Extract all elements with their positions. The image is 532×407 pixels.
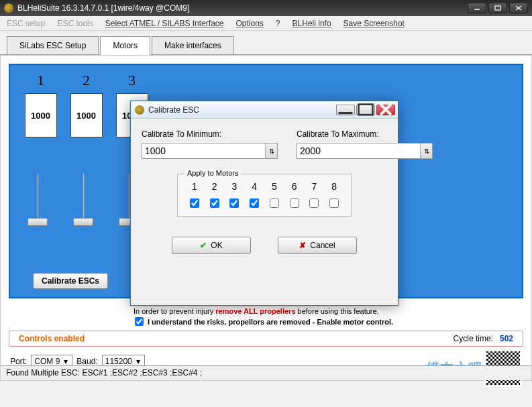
menu-blheli-info[interactable]: BLHeli info	[292, 19, 331, 28]
consent-row: I understand the risks, propellors are r…	[135, 317, 393, 326]
calibrate-dialog: Calibrate ESC Calibrate To Minimum: ⇅ Ca…	[130, 101, 398, 306]
ok-button[interactable]: ✔ OK	[172, 237, 251, 254]
motor-num-label: 1	[192, 181, 197, 192]
tab-motors[interactable]: Motors	[100, 36, 150, 55]
menu-esc-setup[interactable]: ESC setup	[7, 19, 45, 28]
baud-value: 115200	[105, 357, 132, 366]
tab-silabs[interactable]: SiLabs ESC Setup	[7, 36, 99, 54]
menubar: ESC setup ESC tools Select ATMEL / SILAB…	[0, 16, 532, 31]
motor-num-label: 7	[311, 181, 317, 192]
dialog-body: Calibrate To Minimum: ⇅ Calibrate To Max…	[131, 119, 398, 254]
warning-suffix: before using this feature.	[296, 307, 379, 315]
tab-make[interactable]: Make interfaces	[152, 36, 234, 54]
ok-label: OK	[211, 241, 222, 250]
apply-legend: Apply to Motors	[184, 169, 241, 177]
dialog-titlebar: Calibrate ESC	[131, 101, 398, 119]
motor-num-label: 4	[252, 181, 257, 192]
motor-value-1: 1000	[25, 93, 57, 137]
cal-min-input[interactable]	[142, 143, 265, 158]
cross-icon: ✘	[299, 241, 306, 250]
motor-apply-checkbox-8[interactable]	[329, 198, 339, 208]
motor-value-2: 1000	[70, 93, 103, 137]
svg-rect-5	[359, 105, 373, 115]
dialog-minimize-button[interactable]	[336, 105, 355, 115]
motor-num-label: 8	[331, 181, 337, 192]
consent-label: I understand the risks, propellors are r…	[148, 318, 393, 326]
motor-apply-checkbox-7[interactable]	[309, 198, 319, 208]
menu-interface[interactable]: Select ATMEL / SILABS Interface	[105, 19, 224, 28]
motor-col-2: 2 1000	[68, 72, 105, 137]
cycle-value: 502	[500, 334, 513, 343]
minimize-button[interactable]	[468, 3, 486, 13]
motor-apply-checkbox-2[interactable]	[210, 198, 219, 208]
warning-bold: remove ALL propellers	[215, 307, 295, 315]
cancel-button[interactable]: ✘ Cancel	[278, 237, 357, 254]
motor-apply-checkbox-6[interactable]	[290, 198, 299, 208]
app-title: BLHeliSuite 16.3.14.7.0.1 [1wire/4way @C…	[17, 3, 466, 13]
app-icon	[4, 3, 13, 13]
motor-apply-checkbox-5[interactable]	[270, 198, 279, 208]
controls-enabled-label: Controls enabled	[19, 334, 85, 343]
tabbar: SiLabs ESC Setup Motors Make interfaces	[0, 35, 532, 55]
apply-to-motors-group: Apply to Motors 12345678	[177, 174, 352, 217]
baud-label: Baud:	[76, 357, 97, 366]
motor-number: 3	[113, 72, 150, 89]
motor-num-label: 2	[212, 181, 217, 192]
cal-min-spinbox: ⇅	[142, 143, 278, 159]
port-label: Port:	[10, 357, 27, 366]
footer-status: Found Multiple ESC: ESC#1 ;ESC#2 ;ESC#3 …	[1, 365, 531, 380]
spin-buttons[interactable]: ⇅	[265, 143, 277, 158]
consent-checkbox[interactable]	[135, 317, 144, 326]
motor-num-label: 3	[231, 181, 237, 192]
main-titlebar: BLHeliSuite 16.3.14.7.0.1 [1wire/4way @C…	[0, 0, 532, 16]
motor-apply-checkbox-3[interactable]	[229, 198, 239, 208]
menu-options[interactable]: Options	[235, 19, 263, 28]
cycle-label: Cycle time:	[454, 334, 493, 343]
cancel-label: Cancel	[310, 241, 335, 250]
motor-col-1: 1 1000	[22, 72, 59, 137]
motor-num-label: 5	[272, 181, 277, 192]
motor-number: 2	[68, 72, 105, 89]
cycle-time: Cycle time: 502	[454, 334, 513, 343]
warning-prefix: In order to prevent injury	[134, 307, 215, 315]
check-icon: ✔	[200, 241, 207, 250]
motor-apply-checkbox-1[interactable]	[190, 198, 199, 208]
dialog-maximize-button[interactable]	[356, 105, 375, 115]
chevron-down-icon: ▾	[134, 357, 143, 366]
svg-rect-1	[495, 6, 500, 10]
spin-buttons[interactable]: ⇅	[420, 143, 432, 158]
close-button[interactable]	[509, 3, 528, 13]
status-row: Controls enabled Cycle time: 502	[9, 331, 523, 347]
chevron-down-icon: ▾	[61, 357, 70, 366]
calibrate-escs-button[interactable]: Calibrate ESCs	[33, 273, 108, 289]
dialog-title: Calibrate ESC	[148, 105, 335, 115]
dialog-icon	[135, 105, 144, 115]
maximize-button[interactable]	[488, 3, 507, 13]
cal-min-label: Calibrate To Minimum:	[142, 129, 278, 139]
menu-help[interactable]: ?	[276, 19, 280, 28]
motor-number: 1	[22, 72, 59, 89]
menu-screenshot[interactable]: Save Screenshot	[343, 19, 405, 28]
port-value: COM 9	[34, 357, 60, 366]
cal-max-input[interactable]	[297, 143, 420, 158]
cal-max-label: Calibrate To Maximum:	[297, 129, 433, 139]
motor-apply-checkbox-4[interactable]	[250, 198, 259, 208]
menu-esc-tools[interactable]: ESC tools	[57, 19, 93, 28]
motor-num-label: 6	[292, 181, 297, 192]
cal-max-spinbox: ⇅	[297, 143, 433, 159]
dialog-close-button[interactable]	[376, 105, 395, 115]
propeller-warning: In order to prevent injury remove ALL pr…	[134, 307, 379, 315]
